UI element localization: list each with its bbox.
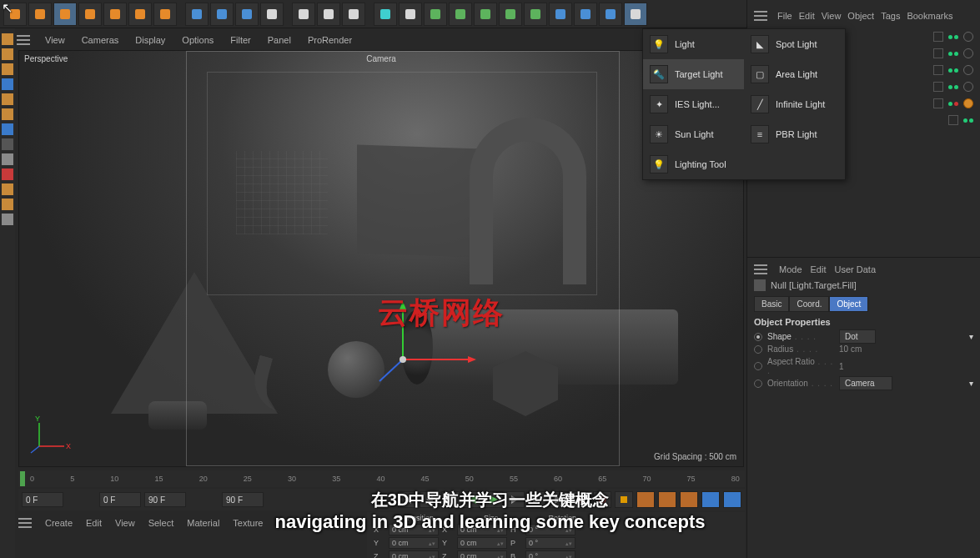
- timeline-ruler[interactable]: 05101520253035404550556065707580: [18, 470, 745, 487]
- om-menu-tags[interactable]: Tags: [881, 11, 900, 21]
- point-mode-icon[interactable]: [2, 78, 13, 90]
- key-pla-button[interactable]: [723, 491, 741, 508]
- tweak-icon[interactable]: [2, 138, 13, 150]
- mm-view[interactable]: View: [112, 515, 138, 530]
- om-menu-edit[interactable]: Edit: [799, 11, 815, 21]
- om-menu-view[interactable]: View: [822, 11, 842, 21]
- svg-rect-2: [60, 9, 70, 19]
- hamburger-icon[interactable]: [17, 35, 30, 45]
- locked-icon[interactable]: [2, 214, 13, 225]
- om-menu-bookmarks[interactable]: Bookmarks: [907, 11, 952, 21]
- param-enable-dot[interactable]: [754, 380, 762, 388]
- menu-view[interactable]: View: [40, 33, 70, 48]
- coord-size[interactable]: 0 cm▴▾: [457, 537, 507, 549]
- param-enable-dot[interactable]: [754, 362, 762, 370]
- attr-value[interactable]: 10 cm: [839, 344, 862, 354]
- param-enable-dot[interactable]: [754, 345, 762, 354]
- hamburger-icon[interactable]: [754, 264, 767, 274]
- light-option-ies-light-[interactable]: ✦IES Light...: [643, 89, 744, 119]
- mm-material[interactable]: Material: [183, 515, 223, 530]
- attr-select[interactable]: Dot ▾: [839, 329, 876, 344]
- attr-section-title: Object Properties: [754, 317, 973, 327]
- mm-select[interactable]: Select: [145, 515, 178, 530]
- array-button[interactable]: [499, 3, 522, 26]
- mm-edit[interactable]: Edit: [83, 515, 105, 530]
- snap-icon[interactable]: [2, 168, 13, 180]
- coord-rot[interactable]: 0 °▴▾: [525, 537, 575, 549]
- axis-icon[interactable]: [2, 123, 13, 135]
- edge-mode-icon[interactable]: [2, 93, 13, 105]
- time-start-field[interactable]: 0 F: [22, 492, 63, 507]
- coord-size[interactable]: 0 cm▴▾: [457, 550, 507, 558]
- time-preview-end-field[interactable]: 90 F: [144, 492, 186, 507]
- camera-button[interactable]: [599, 3, 622, 26]
- primitive-button[interactable]: [374, 3, 397, 26]
- coord-sys-button[interactable]: [260, 3, 284, 26]
- x-axis-button[interactable]: [185, 3, 209, 26]
- om-menu-file[interactable]: File: [777, 11, 792, 21]
- viewport-solo-icon[interactable]: [2, 153, 13, 165]
- attr-menu-mode[interactable]: Mode: [779, 264, 802, 274]
- light-option-pbr-light[interactable]: ≡PBR Light: [744, 119, 845, 149]
- deform-button[interactable]: [549, 3, 572, 26]
- scale-button[interactable]: [103, 3, 127, 26]
- render-settings-button[interactable]: [342, 3, 365, 26]
- generator2-button[interactable]: [449, 3, 472, 26]
- om-menu-object[interactable]: Object: [847, 11, 874, 21]
- instance-button[interactable]: [524, 3, 547, 26]
- y-axis-button[interactable]: [210, 3, 234, 26]
- tick: 10: [110, 475, 118, 483]
- soft-select-icon[interactable]: [2, 183, 13, 195]
- attr-value[interactable]: 1: [839, 362, 844, 371]
- menu-display[interactable]: Display: [130, 33, 170, 48]
- texture-mode-icon[interactable]: [2, 48, 13, 60]
- coord-pos[interactable]: 0 cm▴▾: [389, 550, 439, 558]
- param-enable-dot[interactable]: [754, 333, 762, 341]
- light-option-target-light[interactable]: 🔦Target Light: [643, 59, 744, 89]
- light-option-infinite-light[interactable]: ╱Infinite Light: [744, 89, 845, 119]
- subdiv-button[interactable]: [474, 3, 497, 26]
- last-tool-button[interactable]: [153, 3, 177, 26]
- z-axis-button[interactable]: [235, 3, 259, 26]
- rotate-button[interactable]: [128, 3, 152, 26]
- viewport-perspective[interactable]: Perspective Camera Y X 云桥网络 Grid Spacing…: [18, 50, 744, 467]
- move-button[interactable]: [78, 3, 102, 26]
- coord-rot[interactable]: 0 °▴▾: [525, 550, 575, 558]
- menu-options[interactable]: Options: [177, 33, 219, 48]
- light-option-light[interactable]: 💡Light: [643, 29, 744, 59]
- quantize-icon[interactable]: [2, 199, 13, 210]
- hamburger-icon[interactable]: [18, 518, 32, 528]
- select-live-button[interactable]: [53, 3, 77, 26]
- menu-filter[interactable]: Filter: [225, 33, 255, 48]
- light-button[interactable]: [624, 3, 647, 26]
- hamburger-icon[interactable]: [754, 11, 767, 21]
- render-view-button[interactable]: [292, 3, 315, 26]
- time-end-field[interactable]: 90 F: [222, 492, 264, 507]
- model-mode-icon[interactable]: [2, 33, 13, 45]
- spline-pen-button[interactable]: [399, 3, 422, 26]
- menu-panel[interactable]: Panel: [263, 33, 296, 48]
- svg-rect-3: [85, 9, 95, 19]
- time-preview-start-field[interactable]: 0 F: [99, 492, 141, 507]
- light-option-area-light[interactable]: ▢Area Light: [744, 59, 845, 89]
- menu-prorender[interactable]: ProRender: [303, 33, 357, 48]
- attr-tab-basic[interactable]: Basic: [754, 296, 789, 312]
- attr-select[interactable]: Camera ▾: [839, 376, 892, 390]
- poly-mode-icon[interactable]: [2, 108, 13, 120]
- mm-texture[interactable]: Texture: [229, 515, 266, 530]
- attr-menu-edit[interactable]: Edit: [811, 264, 827, 274]
- env-button[interactable]: [574, 3, 597, 26]
- attr-tab-object[interactable]: Object: [829, 296, 868, 312]
- mm-create[interactable]: Create: [42, 515, 76, 530]
- generator-button[interactable]: [424, 3, 447, 26]
- coord-pos[interactable]: 0 cm▴▾: [389, 537, 439, 549]
- light-option-sun-light[interactable]: ☀Sun Light: [643, 119, 744, 149]
- attr-menu-userdata[interactable]: User Data: [835, 264, 877, 274]
- menu-cameras[interactable]: Cameras: [77, 33, 124, 48]
- render-pict-button[interactable]: [317, 3, 340, 26]
- redo-button[interactable]: [28, 3, 52, 26]
- light-option-lighting-tool[interactable]: 💡Lighting Tool: [643, 149, 744, 179]
- workplane-icon[interactable]: [2, 63, 13, 75]
- light-option-spot-light[interactable]: ◣Spot Light: [744, 29, 845, 59]
- attr-tab-coord[interactable]: Coord.: [789, 296, 829, 312]
